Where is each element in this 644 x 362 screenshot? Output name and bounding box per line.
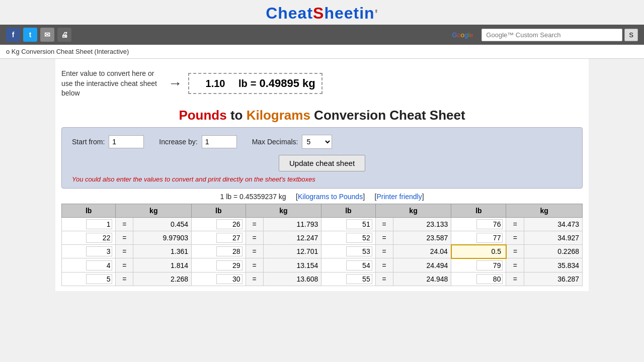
cell-lb <box>62 245 116 258</box>
cell-eq: = <box>506 231 524 245</box>
cell-lb <box>451 217 506 231</box>
logo-apostrophe: ' <box>375 7 378 22</box>
kg-to-lbs-link[interactable]: Kilograms to Pounds <box>298 193 363 201</box>
lb-cell-input[interactable] <box>216 260 243 270</box>
search-input[interactable] <box>481 29 622 41</box>
lb-cell-input[interactable] <box>476 233 503 243</box>
lb-cell-input[interactable] <box>476 274 503 284</box>
cell-kg: 13.154 <box>263 258 321 273</box>
cell-lb <box>62 258 116 273</box>
lb-cell-input[interactable] <box>216 233 243 243</box>
lb-cell-input[interactable] <box>216 246 243 256</box>
cell-lb <box>321 231 375 245</box>
cell-eq: = <box>375 272 393 286</box>
cell-lb <box>62 231 116 245</box>
increase-by-label: Increase by: <box>159 138 197 146</box>
col-header-kg2: kg <box>246 204 321 217</box>
breadcrumb: o Kg Conversion Cheat Sheet (Interactive… <box>0 45 644 59</box>
lb-cell-input[interactable] <box>346 246 372 256</box>
title-pounds: Pounds <box>179 108 226 123</box>
printer-friendly-link[interactable]: Printer friendly <box>376 193 422 201</box>
lb-cell-input[interactable] <box>476 219 503 229</box>
cell-kg: 9.97903 <box>133 231 192 245</box>
lb-value-input[interactable] <box>195 78 235 89</box>
print-icon[interactable]: 🖨 <box>57 28 71 42</box>
logo: CheatSheetin' <box>0 4 644 23</box>
table-row: = 2.268 = 13.608 = 24.948 = 36.287 <box>62 272 583 286</box>
cell-eq: = <box>246 231 263 245</box>
max-decimals-select[interactable]: 1 2 3 4 5 6 7 8 <box>302 135 332 149</box>
cell-kg: 35.834 <box>524 258 583 273</box>
cell-kg: 24.948 <box>393 272 451 286</box>
lb-cell-input[interactable] <box>86 246 112 256</box>
lb-cell-input[interactable] <box>346 233 372 243</box>
lb-cell-input[interactable] <box>346 260 372 270</box>
col-header-lb1: lb <box>62 204 116 217</box>
cell-eq: = <box>506 272 524 286</box>
controls-row: Start from: Increase by: Max Decimals: 1… <box>72 135 572 149</box>
cell-kg: 36.287 <box>524 272 583 286</box>
cell-kg: 11.793 <box>263 217 321 231</box>
cell-kg: 1.361 <box>133 245 192 258</box>
lb-cell-input[interactable] <box>346 219 372 229</box>
lb-unit-label: lb <box>238 78 248 89</box>
start-from-label: Start from: <box>72 138 105 146</box>
lb-cell-input[interactable] <box>86 219 112 229</box>
col-header-lb2: lb <box>192 204 246 217</box>
cell-lb <box>192 258 246 273</box>
cell-eq: = <box>375 231 393 245</box>
cell-eq: = <box>246 245 263 258</box>
update-btn-row: Update cheat sheet <box>72 155 572 171</box>
cell-kg: 12.701 <box>263 245 321 258</box>
update-cheat-sheet-button[interactable]: Update cheat sheet <box>279 155 365 171</box>
twitter-icon[interactable]: t <box>23 28 37 42</box>
cell-lb <box>62 272 116 286</box>
col-header-kg1: kg <box>116 204 192 217</box>
lb-cell-input[interactable] <box>346 274 372 284</box>
cell-eq: = <box>506 217 524 231</box>
cell-lb-special <box>451 245 506 258</box>
table-row: = 1.361 = 12.701 = 24.04 = 0.2268 <box>62 245 583 258</box>
email-icon[interactable]: ✉ <box>40 28 54 42</box>
cheat-sheet-title: Pounds to Kilograms Conversion Cheat She… <box>61 108 583 123</box>
controls-box: Start from: Increase by: Max Decimals: 1… <box>61 127 583 189</box>
search-button[interactable]: S <box>624 29 638 41</box>
lb-cell-input[interactable] <box>86 260 112 270</box>
facebook-icon[interactable]: f <box>6 28 20 42</box>
cell-eq: = <box>246 272 263 286</box>
cell-eq: = <box>506 258 524 273</box>
col-header-kg3: kg <box>375 204 451 217</box>
cell-eq: = <box>375 217 393 231</box>
logo-cheat: Cheat <box>266 4 313 22</box>
converter-section: Enter value to convert here or use the i… <box>61 64 583 103</box>
start-from-input[interactable] <box>109 135 144 148</box>
cell-kg: 12.247 <box>263 231 321 245</box>
cell-lb <box>192 245 246 258</box>
cell-eq: = <box>246 258 263 273</box>
table-header-row: lb kg lb kg lb kg lb kg <box>62 204 583 217</box>
table-body: = 0.454 = 11.793 = 23.133 = 34.473 = 9.9… <box>62 217 583 286</box>
lb-cell-input[interactable] <box>86 233 112 243</box>
cell-eq: = <box>116 272 133 286</box>
cell-eq: = <box>506 245 524 258</box>
col-header-lb3: lb <box>321 204 375 217</box>
cell-lb <box>192 231 246 245</box>
cell-eq: = <box>375 245 393 258</box>
increase-by-input[interactable] <box>202 135 237 148</box>
lb-cell-input[interactable] <box>216 219 243 229</box>
col-header-lb4: lb <box>451 204 506 217</box>
max-decimals-group: Max Decimals: 1 2 3 4 5 6 7 8 <box>252 135 333 149</box>
lb-cell-input[interactable] <box>86 274 112 284</box>
hint-text: You could also enter the values to conve… <box>72 175 572 183</box>
lb-cell-input-special[interactable] <box>476 247 503 256</box>
cell-lb <box>451 258 506 273</box>
cell-eq: = <box>116 245 133 258</box>
cell-lb <box>321 217 375 231</box>
max-decimals-label: Max Decimals: <box>252 138 298 146</box>
conversion-info: 1 lb = 0.45359237 kg [Kilograms to Pound… <box>61 193 583 201</box>
logo-s: S <box>313 4 324 22</box>
cell-kg: 34.473 <box>524 217 583 231</box>
cell-lb <box>321 245 375 258</box>
lb-cell-input[interactable] <box>476 260 503 270</box>
lb-cell-input[interactable] <box>216 274 243 284</box>
